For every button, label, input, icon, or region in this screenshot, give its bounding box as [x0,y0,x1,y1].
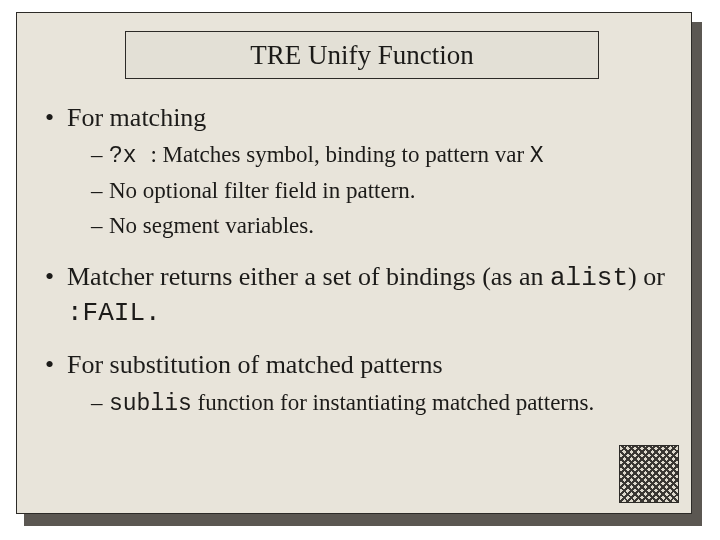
sub-text: No segment variables. [109,213,314,238]
bullet-text: For matching [67,103,206,132]
bullet-for-matching: For matching ?x : Matches symbol, bindin… [39,101,671,242]
sub-no-segment: No segment variables. [91,211,671,242]
bullet-matcher-returns: Matcher returns either a set of bindings… [39,260,671,331]
slide-stage: TRE Unify Function For matching ?x : Mat… [0,0,720,540]
sub-pattern-var: ?x : Matches symbol, binding to pattern … [91,140,671,172]
run: Matcher returns either a set of bindings… [67,262,550,291]
sub-text: function for instantiating matched patte… [192,390,594,415]
sub-text: No optional filter field in pattern. [109,178,416,203]
sub-sublis: sublis function for instantiating matche… [91,388,671,420]
slide: TRE Unify Function For matching ?x : Mat… [16,12,692,514]
code-inline: sublis [109,391,192,417]
code-inline: X [530,143,544,169]
code-inline: alist [550,263,628,293]
code-inline: ?x [109,143,150,169]
run: ) or [628,262,665,291]
bullet-text: For substitution of matched patterns [67,350,443,379]
sub-text: : Matches symbol, binding to pattern var [150,142,529,167]
slide-content: For matching ?x : Matches symbol, bindin… [39,101,671,437]
decorative-illustration [619,445,679,503]
slide-title: TRE Unify Function [125,31,599,79]
bullet-substitution: For substitution of matched patterns sub… [39,348,671,419]
sub-no-filter: No optional filter field in pattern. [91,176,671,207]
code-inline: :FAIL. [67,298,161,328]
